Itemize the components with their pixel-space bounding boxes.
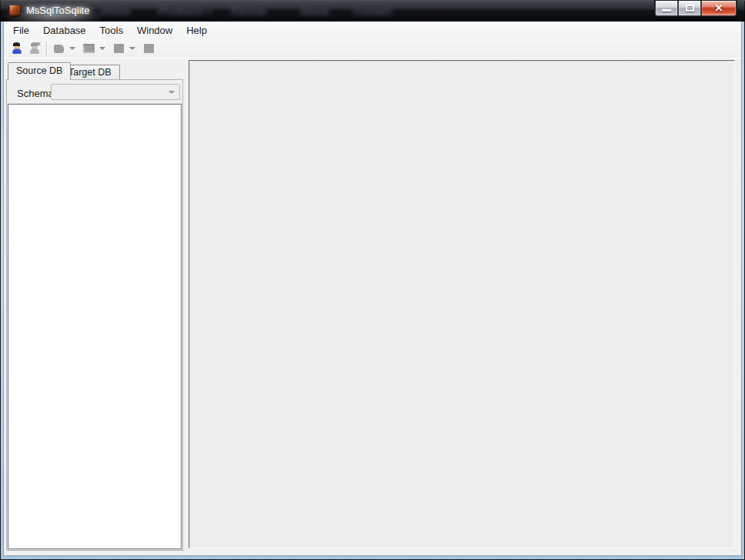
- disabled-square-icon-1: [113, 42, 125, 55]
- disconnect-button: ✕: [25, 40, 43, 57]
- maximize-icon: [686, 5, 694, 12]
- user-disconnect-icon: ✕: [28, 42, 41, 55]
- chevron-down-icon: [69, 47, 75, 50]
- menu-help[interactable]: Help: [179, 22, 214, 38]
- disabled-dropdown-1: [68, 40, 76, 57]
- minimize-button[interactable]: [655, 1, 678, 16]
- database-object-list[interactable]: [8, 104, 182, 549]
- schema-combobox: [51, 84, 180, 100]
- minimize-icon: [662, 9, 671, 12]
- ghost-nav-item: Home: [102, 5, 131, 17]
- menu-window[interactable]: Window: [130, 22, 179, 38]
- ghost-nav-item: Partner: [231, 5, 267, 17]
- db-tabstrip: Source DB Target DB: [6, 62, 183, 79]
- chevron-down-icon: [99, 47, 105, 50]
- splitter[interactable]: [183, 58, 189, 555]
- application-window: Home Products + Partner About Contact Ms…: [0, 0, 745, 560]
- schema-row: Schema: [7, 83, 182, 102]
- workspace: Source DB Target DB Schema: [4, 58, 741, 555]
- menu-file[interactable]: File: [6, 22, 36, 38]
- connect-button[interactable]: [8, 40, 25, 57]
- close-button[interactable]: ✕: [701, 1, 737, 16]
- window-title: MsSqlToSqlite: [26, 5, 89, 16]
- source-db-tabpage: Schema: [6, 79, 183, 551]
- ghost-nav-item: Products +: [159, 5, 212, 17]
- close-icon: ✕: [702, 2, 736, 15]
- disabled-toolbar-button-2: [80, 40, 98, 57]
- disabled-square-icon-2: [143, 42, 155, 55]
- toolbar: ✕: [4, 39, 741, 58]
- chevron-down-icon: [129, 47, 135, 50]
- disabled-toolbar-button-4: [140, 40, 158, 57]
- main-content-panel: [189, 60, 735, 548]
- disabled-toolbar-button-1: [50, 40, 68, 57]
- maximize-button[interactable]: [678, 1, 701, 16]
- menu-database[interactable]: Database: [36, 22, 93, 38]
- disabled-script-icon: [83, 42, 95, 55]
- ghost-nav-item: Contact: [353, 5, 392, 17]
- toolbar-separator: [46, 42, 47, 55]
- disabled-export-icon: [53, 42, 65, 55]
- source-target-panel: Source DB Target DB Schema: [6, 62, 183, 551]
- disabled-dropdown-2: [98, 40, 106, 57]
- ghost-background-nav: Home Products + Partner About Contact: [0, 0, 656, 22]
- ghost-nav-item: About: [299, 5, 329, 17]
- disabled-toolbar-button-3: [110, 40, 128, 57]
- menubar: File Database Tools Window Help: [4, 22, 741, 39]
- tab-source-db[interactable]: Source DB: [8, 62, 71, 80]
- menu-tools[interactable]: Tools: [93, 22, 130, 38]
- app-icon[interactable]: [8, 5, 21, 17]
- client-area: File Database Tools Window Help ✕: [4, 22, 741, 555]
- schema-label: Schema: [17, 88, 54, 99]
- disabled-dropdown-3: [128, 40, 136, 57]
- user-connect-icon: [11, 42, 23, 55]
- window-controls: ✕: [655, 1, 737, 16]
- titlebar[interactable]: Home Products + Partner About Contact Ms…: [0, 0, 745, 22]
- chevron-down-icon: [169, 91, 175, 94]
